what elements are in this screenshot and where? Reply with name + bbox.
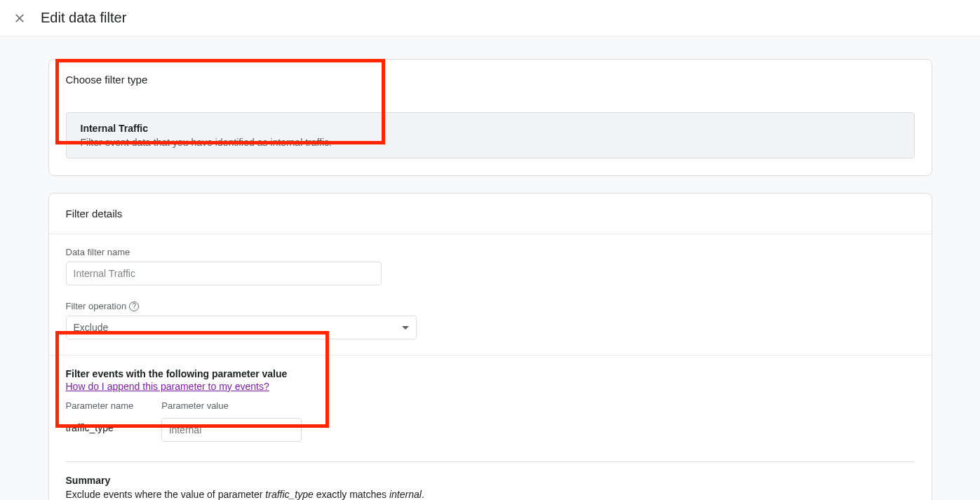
filter-events-section-title: Filter events with the following paramet… — [66, 368, 915, 379]
divider — [66, 461, 915, 462]
parameter-name-value: traffic_type — [66, 418, 134, 433]
summary-text: Exclude events where the value of parame… — [66, 489, 915, 500]
parameter-value-label: Parameter value — [161, 400, 302, 411]
filter-operation-select[interactable]: Exclude — [66, 316, 417, 339]
filter-details-card: Filter details Data filter name Filter o… — [48, 193, 932, 500]
filter-details-title: Filter details — [49, 194, 932, 234]
parameter-name-label: Parameter name — [66, 400, 134, 411]
help-link-append-parameter[interactable]: How do I append this parameter to my eve… — [66, 381, 269, 392]
divider — [49, 355, 932, 356]
close-icon — [13, 12, 26, 25]
filter-type-option-internal-traffic[interactable]: Internal Traffic Filter event data that … — [66, 112, 915, 158]
summary-section: Summary Exclude events where the value o… — [66, 475, 915, 500]
dialog-header: Edit data filter — [0, 0, 980, 36]
filter-operation-field: Filter operation ? Exclude — [66, 301, 915, 339]
parameter-value-column: Parameter value — [161, 400, 302, 442]
filter-name-label: Data filter name — [66, 247, 915, 257]
filter-name-input[interactable] — [66, 262, 382, 285]
filter-operation-value: Exclude — [74, 322, 109, 333]
parameter-name-column: Parameter name traffic_type — [66, 400, 134, 433]
dialog-title: Edit data filter — [41, 10, 126, 26]
summary-title: Summary — [66, 475, 915, 486]
choose-filter-type-card: Choose filter type Internal Traffic Filt… — [48, 59, 932, 176]
choose-filter-type-title: Choose filter type — [66, 74, 915, 86]
parameter-value-input[interactable] — [161, 418, 302, 442]
help-icon[interactable]: ? — [129, 302, 139, 311]
parameter-table: Parameter name traffic_type Parameter va… — [66, 400, 915, 442]
filter-operation-label: Filter operation ? — [66, 301, 915, 311]
close-button[interactable] — [11, 10, 28, 27]
filter-type-option-description: Filter event data that you have identifi… — [81, 137, 900, 148]
filter-name-field: Data filter name — [66, 247, 915, 285]
filter-type-option-title: Internal Traffic — [81, 123, 900, 134]
chevron-down-icon — [402, 326, 409, 330]
